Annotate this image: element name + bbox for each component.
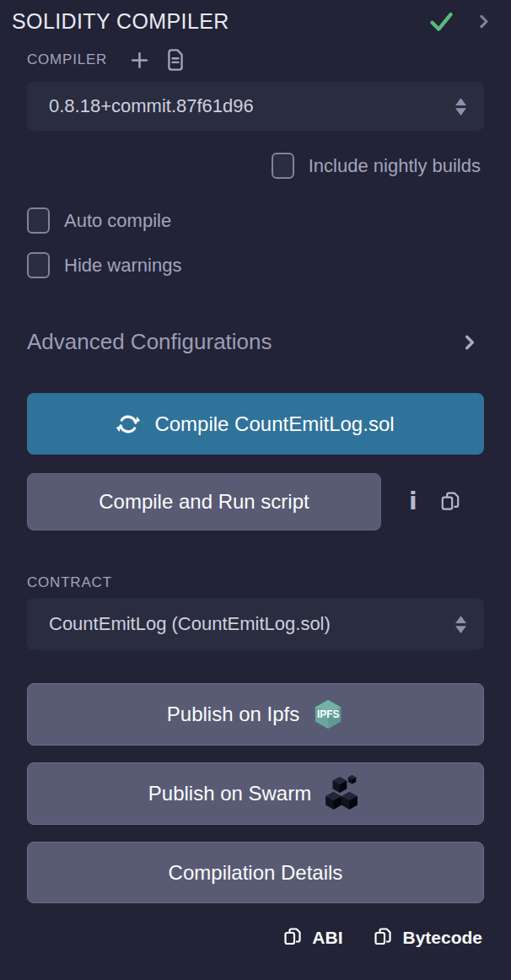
ipfs-logo-text: IPFS [312, 698, 344, 730]
info-icon[interactable]: i [409, 490, 417, 514]
compile-run-row: Compile and Run script i [27, 473, 484, 530]
swarm-logo-icon [324, 774, 363, 813]
compiler-version-value: 0.8.18+commit.87f61d96 [49, 95, 254, 117]
copy-abi-label: ABI [312, 928, 342, 948]
compile-and-run-label: Compile and Run script [99, 490, 309, 514]
sync-icon [116, 412, 140, 436]
auto-compile-label: Auto compile [64, 210, 171, 232]
add-compiler-plus-icon[interactable] [129, 50, 150, 71]
compilation-details-label: Compilation Details [169, 861, 343, 885]
compile-button[interactable]: Compile CountEmitLog.sol [27, 393, 484, 455]
publish-swarm-button[interactable]: Publish on Swarm [27, 762, 484, 825]
copy-icon [373, 926, 393, 949]
nightly-builds-checkbox[interactable] [272, 153, 294, 179]
compile-button-label: Compile CountEmitLog.sol [154, 412, 394, 436]
compilation-details-button[interactable]: Compilation Details [27, 842, 484, 903]
hide-warnings-checkbox[interactable] [27, 252, 50, 278]
check-icon [428, 8, 455, 35]
copy-bytecode-label: Bytecode [402, 928, 482, 948]
contract-section-label: CONTRACT [27, 574, 484, 591]
auto-compile-checkbox[interactable] [27, 207, 50, 234]
updown-caret-icon [455, 98, 467, 116]
nightly-builds-label: Include nightly builds [309, 155, 481, 177]
nightly-builds-row: Include nightly builds [27, 153, 484, 179]
advanced-configurations-toggle[interactable]: Advanced Configurations [27, 329, 484, 355]
page-title: SOLIDITY COMPILER [12, 9, 229, 34]
panel-collapse-chevron-icon[interactable] [475, 13, 492, 30]
contract-select-value: CountEmitLog (CountEmitLog.sol) [49, 613, 331, 635]
compile-and-run-button[interactable]: Compile and Run script [27, 473, 381, 530]
hide-warnings-label: Hide warnings [64, 255, 181, 277]
compiler-section-header: COMPILER [27, 48, 484, 72]
copy-abi-button[interactable]: ABI [282, 926, 342, 949]
copy-icon [282, 926, 303, 949]
publish-swarm-label: Publish on Swarm [148, 782, 311, 805]
hide-warnings-row: Hide warnings [27, 252, 484, 278]
copy-bytecode-button[interactable]: Bytecode [373, 926, 482, 949]
copy-artifacts-row: ABI Bytecode [27, 926, 484, 949]
contract-select[interactable]: CountEmitLog (CountEmitLog.sol) [27, 598, 484, 650]
advanced-configurations-label: Advanced Configurations [27, 329, 272, 355]
compiler-section-label: COMPILER [27, 51, 107, 68]
chevron-right-icon [460, 331, 484, 353]
compiler-config-file-icon[interactable] [165, 48, 186, 72]
ipfs-logo-icon: IPFS [312, 698, 344, 730]
auto-compile-row: Auto compile [27, 207, 484, 234]
publish-ipfs-button[interactable]: Publish on Ipfs IPFS [27, 683, 484, 746]
updown-caret-icon [455, 616, 467, 633]
compiler-version-select[interactable]: 0.8.18+commit.87f61d96 [27, 82, 484, 131]
publish-ipfs-label: Publish on Ipfs [167, 703, 299, 726]
copy-icon[interactable] [439, 490, 461, 514]
panel-header: SOLIDITY COMPILER [0, 0, 511, 35]
